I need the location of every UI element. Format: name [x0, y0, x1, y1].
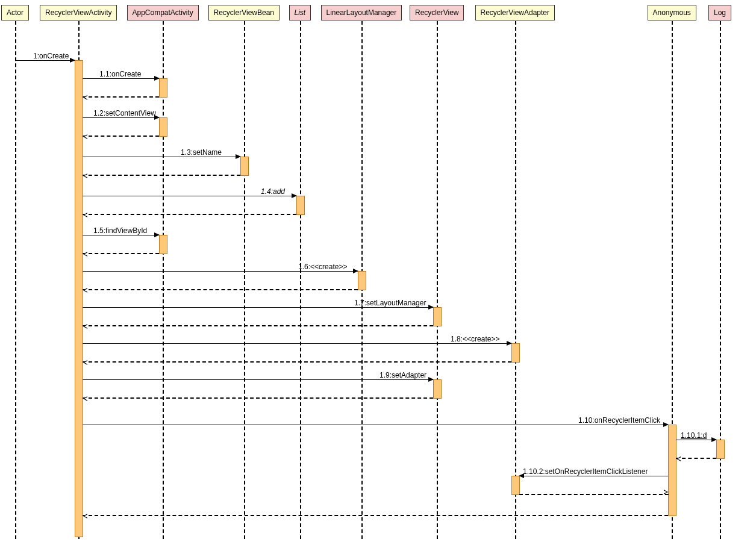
- return-arrow: [83, 397, 433, 399]
- msg-label: 1.7:setLayoutManager: [354, 299, 426, 307]
- return-arrow: [83, 253, 159, 254]
- msg-label: 1.10.1:d: [681, 431, 707, 440]
- activation-appcompat-1: [159, 78, 167, 98]
- msg-label: 1.9:setAdapter: [380, 371, 426, 379]
- msg-arrow: [83, 271, 358, 272]
- participant-appcompat: AppCompatActivity: [127, 5, 199, 20]
- lifeline-rview: [437, 21, 438, 539]
- msg-label: 1.3:setName: [181, 148, 222, 157]
- msg-label: 1.2:setContentView: [93, 109, 156, 117]
- return-arrow: [83, 96, 159, 98]
- participant-anon: Anonymous: [648, 5, 696, 20]
- msg-arrow: [83, 307, 433, 308]
- return-arrow: [676, 458, 716, 459]
- msg-label: 1:onCreate: [33, 52, 69, 60]
- return-arrow: [83, 361, 511, 363]
- activation-rvactivity: [75, 60, 83, 537]
- msg-label: 1.10.2:setOnRecyclerItemClickListener: [523, 467, 648, 476]
- msg-arrow: [83, 117, 159, 118]
- msg-arrow: [83, 343, 511, 344]
- participant-rview: RecyclerView: [410, 5, 464, 20]
- activation-rvadapter-1: [511, 343, 520, 363]
- return-arrow: [83, 289, 358, 290]
- msg-arrow: [83, 425, 668, 425]
- msg-label: 1.10:onRecyclerItemClick: [578, 416, 660, 425]
- participant-llm: LinearLayoutManager: [321, 5, 402, 20]
- return-arrow: [83, 214, 296, 215]
- activation-appcompat-2: [159, 117, 167, 137]
- msg-label: 1.4:add: [261, 187, 285, 196]
- msg-arrow: [519, 476, 668, 476]
- msg-arrow: [83, 196, 296, 196]
- msg-arrow: [676, 440, 716, 440]
- return-arrow: [83, 136, 159, 137]
- lifeline-actor: [15, 21, 16, 539]
- participant-rvadapter: RecyclerViewAdapter: [475, 5, 555, 20]
- return-arrow: [83, 325, 433, 326]
- lifeline-rvadapter: [515, 21, 516, 539]
- lifeline-appcompat: [163, 21, 164, 539]
- activation-rview-2: [433, 379, 442, 399]
- activation-llm: [358, 271, 366, 290]
- activation-rview-1: [433, 307, 442, 326]
- msg-label: 1.8:<<create>>: [451, 335, 499, 343]
- lifeline-list: [300, 21, 301, 539]
- participant-log: Log: [708, 5, 731, 20]
- lifeline-rvbean: [244, 21, 245, 539]
- msg-arrow: [83, 157, 240, 157]
- msg-arrow: [15, 60, 75, 61]
- activation-rvadapter-2: [511, 476, 520, 495]
- activation-anon: [668, 425, 676, 516]
- participant-list: List: [289, 5, 311, 20]
- msg-arrow: [83, 78, 159, 79]
- participant-rvactivity: RecyclerViewActivity: [40, 5, 117, 20]
- return-arrow: [83, 515, 668, 516]
- activation-rvbean: [240, 157, 249, 176]
- msg-label: 1.6:<<create>>: [298, 263, 347, 271]
- return-arrow: [519, 494, 669, 495]
- activation-log: [716, 440, 725, 459]
- msg-label: 1.5:findViewById: [93, 226, 147, 235]
- participant-actor: Actor: [1, 5, 29, 20]
- sequence-diagram: ActorRecyclerViewActivityAppCompatActivi…: [0, 0, 756, 542]
- msg-arrow: [83, 235, 159, 235]
- participant-rvbean: RecyclerViewBean: [208, 5, 280, 20]
- activation-appcompat-3: [159, 235, 167, 254]
- return-arrow: [83, 175, 240, 176]
- msg-arrow: [83, 379, 433, 380]
- msg-label: 1.1:onCreate: [99, 70, 141, 78]
- activation-list: [296, 196, 305, 215]
- lifeline-log: [720, 21, 721, 539]
